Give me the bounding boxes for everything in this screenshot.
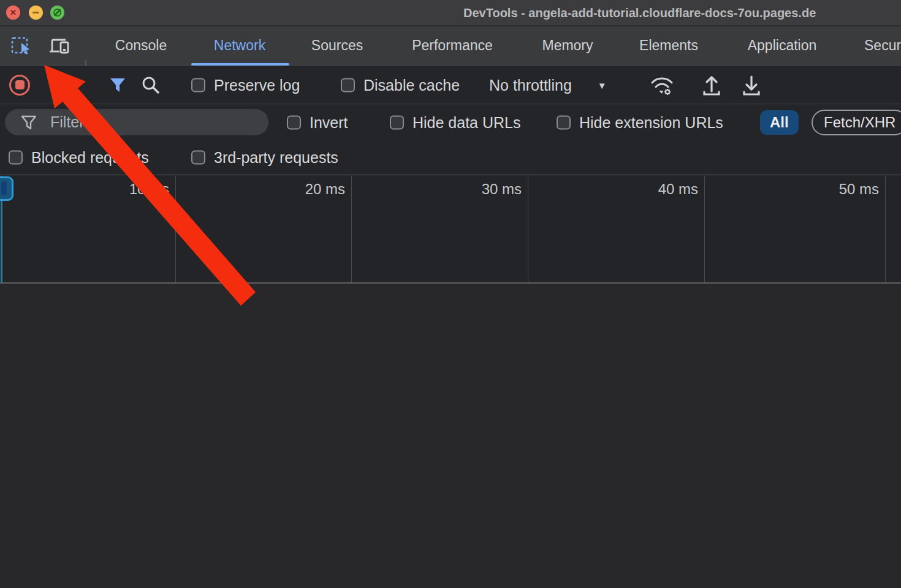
- timeline-tick: 30 ms: [352, 176, 528, 282]
- checkbox-label: Hide extension URLs: [579, 113, 723, 131]
- devtools-window: ✕ DevTools - angela-add-tutorial.cloudfl…: [0, 0, 901, 588]
- third-party-requests-checkbox[interactable]: 3rd-party requests: [191, 148, 338, 166]
- device-toolbar-icon[interactable]: [48, 35, 71, 58]
- timeline-tick: 20 ms: [176, 176, 352, 282]
- record-icon[interactable]: [9, 75, 30, 96]
- timeline-tick: 40 ms: [528, 176, 705, 282]
- checkbox-box[interactable]: [390, 115, 404, 129]
- funnel-icon: [21, 115, 37, 130]
- blocked-requests-checkbox[interactable]: Blocked requests: [9, 148, 149, 166]
- window-title: DevTools - angela-add-tutorial.cloudflar…: [463, 0, 816, 26]
- network-conditions-icon[interactable]: [648, 74, 675, 96]
- request-type-fetch-xhr-button[interactable]: Fetch/XHR: [812, 110, 901, 135]
- zoom-icon[interactable]: [50, 6, 64, 20]
- disable-cache-checkbox[interactable]: Disable cache: [341, 76, 460, 94]
- dropdown-caret-icon: ▼: [598, 80, 607, 90]
- throttling-dropdown[interactable]: No throttling ▼: [489, 76, 607, 94]
- filter-input[interactable]: [50, 113, 234, 131]
- tab-performance[interactable]: Performance: [412, 26, 493, 66]
- checkbox-label: Invert: [310, 113, 348, 131]
- filter-funnel-icon[interactable]: [109, 77, 126, 93]
- search-icon[interactable]: [141, 75, 161, 95]
- hide-extension-urls-checkbox[interactable]: Hide extension URLs: [557, 113, 723, 131]
- checkbox-box[interactable]: [9, 150, 23, 164]
- checkbox-box[interactable]: [191, 78, 205, 92]
- preserve-log-checkbox[interactable]: Preserve log: [191, 76, 300, 94]
- timeline-tick: 10 ms: [0, 176, 176, 282]
- devtools-tabbar: Console Network Sources Performance Memo…: [0, 26, 901, 66]
- tab-memory[interactable]: Memory: [542, 26, 593, 66]
- network-filter-bar: Invert Hide data URLs Hide extension URL…: [0, 105, 901, 140]
- checkbox-box[interactable]: [287, 115, 301, 129]
- tab-network[interactable]: Network: [214, 26, 265, 66]
- network-toolbar: Preserve log Disable cache No throttling…: [0, 66, 901, 104]
- invert-checkbox[interactable]: Invert: [287, 113, 348, 131]
- throttling-value: No throttling: [489, 76, 572, 94]
- request-type-all-button[interactable]: All: [760, 110, 799, 135]
- hide-data-urls-checkbox[interactable]: Hide data URLs: [390, 113, 520, 131]
- overview-drag-handle[interactable]: [0, 176, 13, 201]
- checkbox-box[interactable]: [557, 115, 571, 129]
- network-filter-bar-secondary: Blocked requests 3rd-party requests: [0, 140, 901, 175]
- import-har-icon[interactable]: [700, 74, 723, 96]
- tab-elements[interactable]: Elements: [639, 26, 698, 66]
- checkbox-box[interactable]: [191, 150, 205, 164]
- minimize-icon[interactable]: [29, 6, 43, 20]
- requests-panel: Recordi Perform a request: [0, 285, 901, 588]
- checkbox-label: 3rd-party requests: [214, 148, 338, 166]
- export-har-icon[interactable]: [740, 74, 763, 96]
- inspect-element-icon[interactable]: [9, 35, 32, 58]
- tab-sources[interactable]: Sources: [311, 26, 363, 66]
- titlebar: ✕ DevTools - angela-add-tutorial.cloudfl…: [0, 0, 901, 26]
- network-overview-timeline[interactable]: 10 ms 20 ms 30 ms 40 ms 50 ms: [0, 176, 901, 284]
- clear-icon[interactable]: [51, 77, 67, 93]
- tab-security[interactable]: Security: [864, 26, 901, 66]
- checkbox-label: Blocked requests: [31, 148, 149, 166]
- timeline-tick: 50 ms: [705, 176, 886, 282]
- close-icon[interactable]: ✕: [6, 6, 20, 20]
- tab-application[interactable]: Application: [748, 26, 817, 66]
- tab-console[interactable]: Console: [115, 26, 167, 66]
- checkbox-box[interactable]: [341, 78, 355, 92]
- checkbox-label: Disable cache: [363, 76, 460, 94]
- filter-input-container[interactable]: [5, 109, 268, 135]
- checkbox-label: Preserve log: [214, 76, 300, 94]
- selected-tab-underline: [191, 63, 289, 66]
- checkbox-label: Hide data URLs: [412, 113, 520, 131]
